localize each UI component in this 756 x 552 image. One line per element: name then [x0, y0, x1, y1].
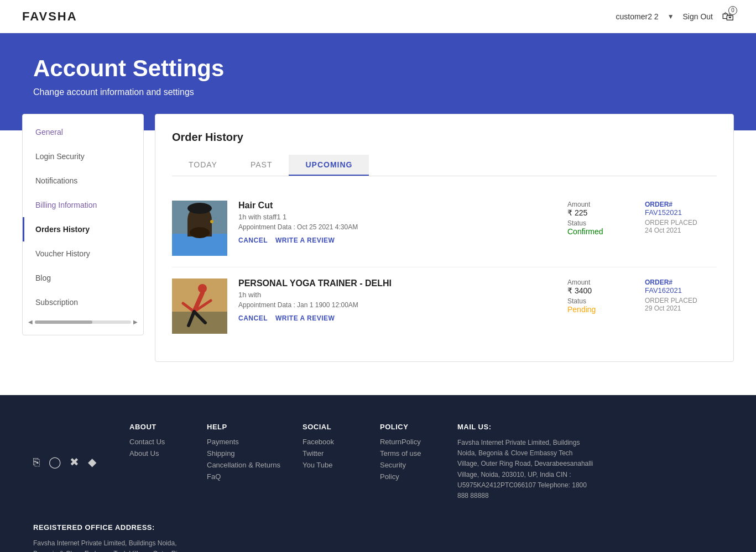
- order-actions-2: CANCEL WRITE A REVIEW: [238, 314, 556, 322]
- page-title: Account Settings: [33, 55, 723, 82]
- instagram-icon[interactable]: ◯: [49, 455, 61, 469]
- footer-top: ⎘ ◯ ✖ ◆ ABOUT Contact Us About Us HELP P…: [33, 423, 723, 552]
- order-placed-date-1: 24 Oct 2021: [645, 227, 717, 234]
- order-ref-2: ORDER# FAV162021 ORDER PLACED 29 Oct 202…: [645, 278, 717, 312]
- scrollbar-right-arrow[interactable]: ▶: [133, 319, 138, 325]
- svg-point-4: [187, 203, 212, 214]
- order-meta-2: 1h with: [238, 291, 556, 299]
- svg-point-6: [210, 220, 213, 223]
- footer-link-twitter[interactable]: Twitter: [303, 449, 358, 458]
- footer-policy-title: POLICY: [380, 423, 435, 431]
- amount-value-1: ₹ 225: [567, 208, 634, 217]
- status-label-1: Status: [567, 219, 634, 227]
- order-placed-2: ORDER PLACED: [645, 297, 717, 304]
- tab-today[interactable]: TODAY: [172, 155, 234, 176]
- order-info-2: PERSONAL YOGA TRAINER - DELHI 1h with Ap…: [238, 278, 556, 322]
- tab-upcoming[interactable]: UPCOMING: [289, 155, 369, 176]
- order-title-1: Hair Cut: [238, 201, 556, 211]
- amount-value-2: ₹ 3400: [567, 286, 634, 295]
- sidebar-item-notifications[interactable]: Notifications: [23, 169, 143, 193]
- tab-past[interactable]: PAST: [234, 155, 289, 176]
- footer: ⎘ ◯ ✖ ◆ ABOUT Contact Us About Us HELP P…: [0, 395, 756, 552]
- footer-about-title: ABOUT: [129, 423, 185, 431]
- footer-reg-title: REGISTERED OFFICE ADDRESS:: [33, 523, 188, 532]
- sidebar-item-voucher-history[interactable]: Voucher History: [23, 241, 143, 266]
- sidebar-item-general[interactable]: General: [23, 120, 143, 144]
- right-panel: Order History TODAY PAST UPCOMING: [155, 114, 734, 362]
- cancel-button-1[interactable]: CANCEL: [238, 236, 268, 244]
- footer-reg-col: REGISTERED OFFICE ADDRESS: Favsha Intern…: [33, 523, 188, 552]
- pinterest-icon[interactable]: ◆: [88, 455, 96, 469]
- footer-link-contact[interactable]: Contact Us: [129, 438, 185, 446]
- navbar: FAVSHA customer2 2 ▼ Sign Out 🛍 0: [0, 0, 756, 33]
- amount-label-2: Amount: [567, 278, 634, 286]
- sidebar-item-subscription[interactable]: Subscription: [23, 290, 143, 314]
- footer-mail-col: MAIL US: Favsha Internet Private Limited…: [457, 423, 596, 501]
- sidebar-item-blog[interactable]: Blog: [23, 266, 143, 290]
- main-content: General Login Security Notifications Bil…: [22, 114, 734, 362]
- order-ref-label-1: ORDER#: [645, 201, 717, 208]
- order-card-2: PERSONAL YOGA TRAINER - DELHI 1h with Ap…: [172, 267, 717, 345]
- order-ref-num-2: FAV162021: [645, 286, 717, 295]
- navbar-right: customer2 2 ▼ Sign Out 🛍 0: [616, 9, 734, 24]
- order-placed-1: ORDER PLACED: [645, 219, 717, 227]
- footer-link-returnpolicy[interactable]: ReturnPolicy: [380, 438, 435, 446]
- sidebar: General Login Security Notifications Bil…: [22, 114, 144, 335]
- panel-title: Order History: [172, 131, 717, 144]
- footer-mail-title: MAIL US:: [457, 423, 596, 431]
- signout-button[interactable]: Sign Out: [683, 12, 713, 21]
- order-image-yoga: [172, 278, 227, 334]
- order-ref-num-1: FAV152021: [645, 208, 717, 217]
- footer-link-faq[interactable]: FaQ: [207, 472, 280, 481]
- footer-link-policy[interactable]: Policy: [380, 472, 435, 481]
- amount-label-1: Amount: [567, 201, 634, 208]
- order-image-haircut: [172, 201, 227, 256]
- sidebar-item-orders-history[interactable]: Orders History: [23, 217, 143, 241]
- brand-logo[interactable]: FAVSHA: [22, 9, 77, 24]
- cancel-button-2[interactable]: CANCEL: [238, 314, 268, 322]
- footer-link-about[interactable]: About Us: [129, 449, 185, 458]
- footer-link-shipping[interactable]: Shipping: [207, 449, 280, 458]
- footer-help-title: HELP: [207, 423, 280, 431]
- footer-link-payments[interactable]: Payments: [207, 438, 280, 446]
- facebook-icon[interactable]: ⎘: [33, 456, 40, 469]
- order-card-1: Hair Cut 1h with staff1 1 Appointment Da…: [172, 190, 717, 267]
- cart-badge: 0: [728, 6, 737, 15]
- page-subtitle: Change account information and settings: [33, 87, 723, 97]
- footer-link-cancellation[interactable]: Cancellation & Returns: [207, 461, 280, 469]
- status-label-2: Status: [567, 297, 634, 305]
- footer-about-col: ABOUT Contact Us About Us: [129, 423, 185, 501]
- order-placed-date-2: 29 Oct 2021: [645, 304, 717, 312]
- cart-button[interactable]: 🛍 0: [722, 9, 734, 24]
- dropdown-icon[interactable]: ▼: [668, 13, 674, 20]
- footer-help-col: HELP Payments Shipping Cancellation & Re…: [207, 423, 280, 501]
- scrollbar-track: [35, 320, 131, 324]
- footer-policy-col: POLICY ReturnPolicy Terms of use Securit…: [380, 423, 435, 501]
- footer-link-security[interactable]: Security: [380, 461, 435, 469]
- scrollbar-left-arrow[interactable]: ◀: [28, 319, 33, 325]
- footer-link-facebook[interactable]: Facebook: [303, 438, 358, 446]
- order-info-1: Hair Cut 1h with staff1 1 Appointment Da…: [238, 201, 556, 244]
- footer-link-youtube[interactable]: You Tube: [303, 461, 358, 469]
- footer-social-col: SOCIAL Facebook Twitter You Tube: [303, 423, 358, 501]
- sidebar-item-login-security[interactable]: Login Security: [23, 144, 143, 169]
- twitter-icon[interactable]: ✖: [70, 455, 79, 469]
- order-tabs: TODAY PAST UPCOMING: [172, 155, 717, 176]
- order-appointment-1: Appointment Data : Oct 25 2021 4:30AM: [238, 223, 556, 231]
- svg-point-5: [190, 227, 210, 238]
- sidebar-item-billing-information[interactable]: Billing Information: [23, 193, 143, 217]
- write-review-button-1[interactable]: WRITE A REVIEW: [275, 236, 335, 244]
- order-status-2: Amount ₹ 3400 Status Pending: [567, 278, 634, 316]
- username-label[interactable]: customer2 2: [616, 12, 659, 21]
- order-actions-1: CANCEL WRITE A REVIEW: [238, 236, 556, 244]
- write-review-button-2[interactable]: WRITE A REVIEW: [275, 314, 335, 322]
- order-title-2: PERSONAL YOGA TRAINER - DELHI: [238, 278, 556, 288]
- status-value-2: Pending: [567, 305, 634, 314]
- status-value-1: Confirmed: [567, 227, 634, 236]
- order-appointment-2: Appointment Data : Jan 1 1900 12:00AM: [238, 301, 556, 309]
- footer-link-terms[interactable]: Terms of use: [380, 449, 435, 458]
- footer-social-icons: ⎘ ◯ ✖ ◆: [33, 423, 96, 501]
- footer-mail-text: Favsha Internet Private Limited, Buildin…: [457, 438, 596, 501]
- footer-social-title: SOCIAL: [303, 423, 358, 431]
- order-ref-1: ORDER# FAV152021 ORDER PLACED 24 Oct 202…: [645, 201, 717, 234]
